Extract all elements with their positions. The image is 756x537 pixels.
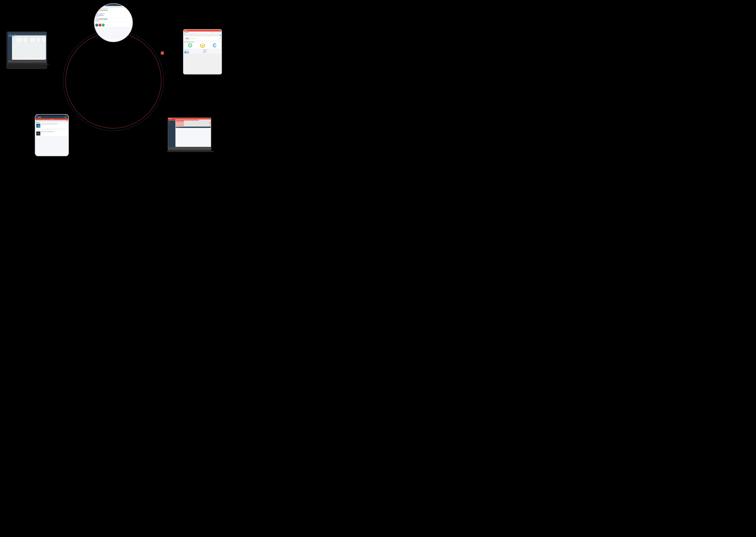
phone-app-name: ACME	[38, 117, 41, 118]
exec-committee-label: ‹ Executive Committee +	[94, 6, 132, 8]
br-sidebar-item-4[interactable]: Settings	[168, 124, 175, 125]
svg-line-8	[203, 52, 204, 53]
br-sidebar: Home Meetings Documents Members Settings	[168, 119, 175, 147]
bell-icon[interactable]: 🔔	[65, 117, 66, 118]
article-date-2: Published on June 15, 2017	[41, 133, 67, 133]
tab-understand[interactable]: Understand	[184, 33, 186, 34]
meeting-badges: AGENDA ARCHIVED VOTING IN PROGRESS	[100, 10, 131, 11]
br-sidebar-item-1[interactable]: Meetings	[168, 121, 175, 122]
th-date: Date Modified	[28, 37, 35, 37]
meeting-item-2[interactable]: Q1 Board Meeting 11 April 2016 AGENDA IN…	[95, 13, 132, 17]
meeting-list: Board of Directors Meeting 28 April 2016…	[94, 8, 132, 39]
user-icon-phone[interactable]: 👤	[66, 117, 67, 118]
toolbar-btn-2[interactable]	[15, 36, 16, 36]
article-title-1: The Steps Your Board Must Take When Over…	[41, 124, 67, 125]
nav-analytics[interactable]: Analytics	[15, 34, 16, 35]
trackpad	[20, 62, 34, 62]
th-owner: Owner	[41, 37, 46, 37]
meeting-info-3: Audit Committee Meeting AGENDA ARCHIVED …	[99, 18, 131, 22]
meeting-info-2: Q1 Board Meeting 11 April 2016 AGENDA IN…	[99, 13, 131, 17]
tab-director-network[interactable]: DIRECTOR NETWORK	[107, 39, 120, 42]
score-main: 68	[200, 43, 205, 48]
donut-charts: 57 Independence 68 39	[184, 43, 221, 48]
composition-card: BOARD COMPOSITION & EFFECTIVENESS See mo…	[184, 41, 221, 49]
toolbar-btn-1[interactable]	[13, 36, 15, 36]
laptop-base	[7, 63, 49, 64]
device-bottom-right-laptop: Diligent ⚙ 👤 ● Home Meetings	[167, 117, 212, 156]
board-data-screen: Diligent ⚙ 👤 Nominations ↑ BOARD DATA 📄 …	[184, 30, 221, 74]
article-item-1[interactable]: The Steps Your Board Must Take When Over…	[36, 123, 68, 128]
br-main	[175, 119, 211, 147]
table-row[interactable]: Minutes Jan 2017.pdf PDF Jan 25, 2017 0.…	[12, 42, 46, 42]
tablet-header: Diligent ⚙ 👤	[94, 4, 132, 6]
dl-logo: Diligent	[9, 33, 12, 34]
composition-title: BOARD COMPOSITION & EFFECTIVENESS See mo…	[184, 42, 221, 42]
th-name: Name	[12, 37, 22, 37]
board-logo: Diligent	[184, 30, 187, 31]
phone-status-icons: ▬ WiFi 100%	[64, 115, 68, 116]
prev-page[interactable]	[44, 59, 45, 60]
tab-effectiveness[interactable]: Effectiveness	[187, 34, 189, 34]
dl-sidebar-item-2[interactable]: 👤	[8, 38, 12, 38]
search-button[interactable]	[220, 35, 221, 36]
table-header: Name Type Date Modified Size Owner	[12, 37, 46, 38]
br-bottom-bar	[176, 127, 210, 128]
tab-recent-insights[interactable]: RECENT INSIGHTS	[94, 39, 107, 42]
article-item-2[interactable]: Best Practices for Evaluating Board Perf…	[36, 131, 68, 136]
dl-sidebar: ≡ 📄 👤 📅 ⚙	[8, 35, 12, 60]
meeting-item-1[interactable]: Board of Directors Meeting 28 April 2016…	[95, 8, 132, 13]
svg-point-1	[66, 33, 161, 128]
score-independence: 57 Independence	[188, 43, 192, 48]
dl-sidebar-item-1[interactable]: 📄	[8, 37, 12, 37]
svg-rect-2	[161, 52, 164, 55]
dl-nav: Data Library Reports Analytics	[8, 34, 46, 35]
article-thumb-1	[36, 124, 40, 128]
dl-sidebar-item-3[interactable]: 📅	[8, 39, 12, 39]
br-base	[167, 151, 214, 152]
phone-status-bar: 10:30 AM ▬ WiFi 100%	[35, 115, 68, 116]
tab-news-analytics[interactable]: NEWS & ANALYTICS	[120, 39, 132, 42]
br-sidebar-item-3[interactable]: Members	[168, 123, 175, 124]
filter-slider[interactable]	[36, 120, 67, 121]
dl-sidebar-item-4[interactable]: ⚙	[8, 39, 12, 40]
next-page[interactable]	[45, 59, 46, 60]
nav-data-library[interactable]: Data Library	[9, 34, 11, 35]
tab-succession[interactable]: Succession	[191, 34, 193, 34]
phone-time: 10:30 AM	[36, 115, 38, 116]
device-bottom-phone: 10:30 AM ▬ WiFi 100% ≡ ACME 🔔 👤 INSIGHTS	[35, 114, 69, 156]
br-trackpad	[182, 148, 197, 150]
board-header: Diligent ⚙ 👤	[184, 30, 221, 31]
br-sidebar-item-active[interactable]: Home	[168, 120, 175, 121]
dl-content: ≡ 📄 👤 📅 ⚙	[8, 35, 46, 60]
dl-table: Name Type Date Modified Size Owner Annua…	[12, 37, 46, 59]
dl-toolbar	[12, 35, 46, 37]
phone-content: Watch (2) The Steps Your Board Must Take…	[35, 121, 68, 156]
svg-line-7	[205, 51, 206, 52]
tab-nominees[interactable]: Nominees	[194, 34, 195, 34]
toolbar-search[interactable]	[17, 36, 46, 36]
article-excerpt: Although cyber risk has become a standar…	[36, 129, 68, 131]
score-board-size: 39 Board Size	[213, 43, 217, 48]
svg-line-6	[203, 51, 205, 52]
tablet-logo: Diligent	[95, 4, 98, 5]
br-sidebar-item-2[interactable]: Documents	[168, 122, 175, 123]
article-content-2: Best Practices for Evaluating Board Perf…	[41, 132, 67, 136]
br-header: Diligent ⚙ 👤 ●	[168, 118, 211, 119]
main-scene: Diligent ⚙ 👤 ‹ Executive Committee + Boa…	[0, 0, 227, 161]
tab-compare[interactable]: Compare	[189, 34, 191, 34]
svg-rect-3	[161, 53, 163, 55]
meeting-title: Board of Directors Meeting	[100, 8, 131, 9]
board-tabs: Understand Effectiveness Compare Success…	[184, 33, 221, 35]
svg-point-0	[63, 30, 164, 131]
filter-toggle[interactable]	[67, 120, 68, 121]
footer-tabs: RECENT INSIGHTS DIRECTOR NETWORK NEWS & …	[94, 39, 132, 42]
svg-point-4	[162, 53, 163, 54]
device-top-tablet: Diligent ⚙ 👤 ‹ Executive Committee + Boa…	[94, 3, 133, 42]
meeting-item-3[interactable]: Audit Committee Meeting AGENDA ARCHIVED …	[95, 18, 132, 22]
hamburger-icon[interactable]: ≡	[36, 117, 37, 118]
nav-reports[interactable]: Reports	[12, 34, 14, 35]
search-input[interactable]	[184, 35, 220, 36]
insights-tab[interactable]: INSIGHTS	[35, 118, 68, 120]
dl-sidebar-item-active[interactable]: ≡	[8, 36, 12, 36]
svg-line-9	[204, 52, 206, 53]
